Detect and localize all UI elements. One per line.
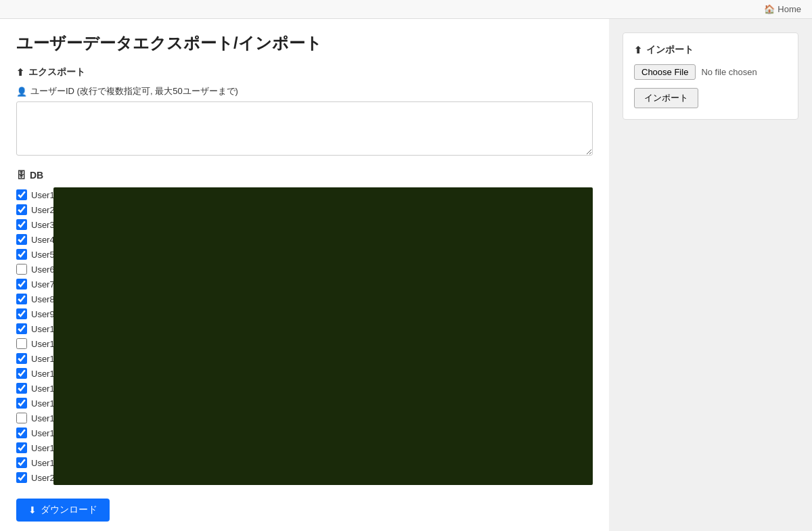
user-checkbox[interactable] [16,383,27,394]
list-item: User15 [16,396,593,411]
user-checkbox[interactable] [16,219,27,230]
user-checkbox[interactable] [16,353,27,364]
list-item: User5 [16,247,593,262]
user-checkbox[interactable] [16,457,27,468]
userid-textarea[interactable] [16,101,593,156]
import-section-header: ⬆ インポート [634,44,787,56]
list-item: User1 [16,187,593,202]
user-id-text: User15 [31,398,60,409]
user-checkbox[interactable] [16,323,27,334]
list-item: User13 [16,366,593,381]
user-checkbox[interactable] [16,294,27,304]
user-id-text: User1 [31,190,55,200]
user-checkbox[interactable] [16,428,27,438]
user-id-text: User3 [31,220,55,230]
user-checkbox[interactable] [16,189,27,200]
userid-icon: 👤 [16,87,27,97]
user-id-text: User4 [31,235,55,245]
list-item: User2 [16,202,593,217]
download-button[interactable]: ⬇ ダウンロード [16,499,110,522]
no-file-text: No file chosen [701,67,757,77]
list-item: User16 [16,411,593,425]
list-item: User4 [16,232,593,247]
choose-file-button[interactable]: Choose File [634,64,696,80]
list-item: User11 [16,336,593,351]
page-title: ユーザーデータエクスポート/インポート [16,32,593,54]
user-checkbox[interactable] [16,249,27,260]
list-item: User8 [16,292,593,306]
list-item: User7 [16,277,593,292]
db-section-header: 🗄 DB [16,170,593,181]
user-id-text: User12 [31,354,60,364]
export-section-header: ⬆ エクスポート [16,66,593,78]
user-checkbox[interactable] [16,368,27,379]
user-id-text: User10 [31,324,60,334]
list-item: User18 [16,440,593,455]
list-item: User3 [16,217,593,232]
user-id-text: User18 [31,443,60,453]
list-item: User14 [16,381,593,396]
user-id-text: User20 [31,473,60,483]
export-label: エクスポート [28,66,85,78]
import-section: ⬆ インポート Choose File No file chosen インポート [623,32,798,120]
list-item: User17 [16,425,593,440]
user-id-text: User11 [31,339,60,349]
list-item: User6 [16,262,593,277]
user-id-text: User13 [31,369,60,379]
user-id-text: User5 [31,250,55,260]
user-checkbox[interactable] [16,279,27,290]
export-icon: ⬆ [16,67,24,78]
list-item: User20 [16,470,593,485]
user-id-text: User9 [31,309,55,319]
user-list: User1User2User3User4User5User6User7User8… [16,187,593,485]
user-checkbox[interactable] [16,413,27,423]
db-label: DB [30,170,43,181]
user-checkbox[interactable] [16,264,27,275]
user-id-text: User16 [31,413,60,423]
user-checkbox[interactable] [16,398,27,409]
user-checkbox[interactable] [16,234,27,245]
top-bar: 🏠 Home [0,0,812,19]
file-input-row: Choose File No file chosen [634,64,787,80]
user-checkbox[interactable] [16,472,27,483]
user-checkbox[interactable] [16,442,27,453]
user-id-text: User14 [31,384,60,394]
list-item: User12 [16,351,593,366]
userid-label-text: ユーザーID (改行で複数指定可, 最大50ユーザーまで) [30,85,238,97]
user-id-text: User7 [31,279,55,290]
user-id-text: User2 [31,205,55,215]
user-id-text: User8 [31,294,55,304]
user-id-text: User17 [31,428,60,438]
list-item: User9 [16,306,593,321]
import-label: インポート [646,44,694,56]
user-checkbox[interactable] [16,308,27,319]
import-icon: ⬆ [634,45,642,55]
download-icon: ⬇ [28,505,37,515]
db-area: User1User2User3User4User5User6User7User8… [16,187,593,485]
db-icon: 🗄 [16,170,26,181]
sidebar: ⬆ インポート Choose File No file chosen インポート [609,19,812,531]
user-checkbox[interactable] [16,204,27,215]
home-link[interactable]: Home [777,4,801,14]
userid-label-row: 👤 ユーザーID (改行で複数指定可, 最大50ユーザーまで) [16,85,593,97]
user-checkbox[interactable] [16,338,27,349]
list-item: User19 [16,455,593,470]
download-label: ダウンロード [41,504,97,516]
user-id-text: User19 [31,458,60,468]
home-icon: 🏠 [764,4,775,14]
user-id-text: User6 [31,264,55,275]
main-panel: ユーザーデータエクスポート/インポート ⬆ エクスポート 👤 ユーザーID (改… [0,19,609,531]
import-button[interactable]: インポート [634,88,698,108]
list-item: User10 [16,321,593,336]
